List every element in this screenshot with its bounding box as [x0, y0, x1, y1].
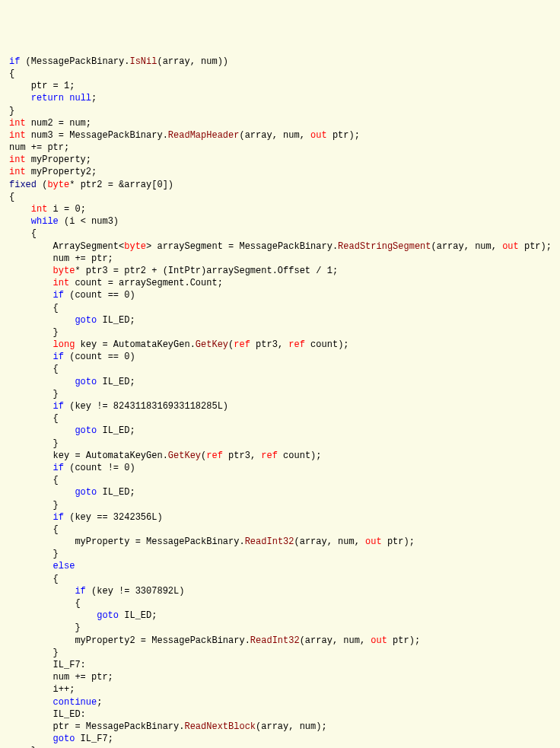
code-token: > arraySegment = MessagePackBinary. [146, 241, 338, 252]
code-token: int [9, 167, 26, 177]
code-line: if (key != 8243118316933118285L) [9, 400, 551, 412]
code-token: ReadInt32 [250, 635, 300, 646]
code-line: { [9, 474, 551, 486]
code-token: * ptr2 = &array[0]) [69, 180, 173, 190]
code-line: key = AutomataKeyGen.GetKey(ref ptr3, re… [9, 450, 551, 462]
code-token: ReadNextBlock [184, 721, 256, 732]
code-token: ReadStringSegment [338, 241, 431, 252]
code-token: count); [305, 339, 349, 350]
code-token: byte [53, 266, 75, 276]
code-token: * ptr3 = ptr2 + (IntPtr)arraySegment.Off… [75, 266, 338, 276]
code-token: (array, num, [431, 241, 503, 252]
code-token: (array, num, [294, 536, 365, 547]
code-token: IsNil [129, 56, 157, 67]
code-line: { [9, 524, 551, 536]
code-line: int i = 0; [9, 203, 551, 215]
code-token: myProperty = MessagePackBinary. [75, 536, 244, 547]
code-line: } [9, 548, 551, 560]
code-line: continue; [9, 696, 551, 708]
code-token: out [371, 635, 387, 646]
code-token: key = AutomataKeyGen. [75, 339, 195, 350]
code-token: byte [124, 241, 146, 252]
code-token: if [75, 586, 85, 597]
code-token: num2 = num; [26, 118, 91, 129]
code-line: ptr = MessagePackBinary.ReadNextBlock(ar… [9, 721, 551, 733]
code-token: ref [261, 450, 278, 461]
code-line: } [9, 388, 551, 400]
code-token: (key != 3307892L) [86, 586, 185, 597]
code-token: myProperty2 = MessagePackBinary. [75, 635, 250, 646]
code-token: IL_ED: [53, 709, 86, 720]
code-line: { [9, 228, 551, 240]
code-token: num += ptr; [53, 672, 113, 683]
code-token: byte [47, 180, 69, 190]
code-token: (MessagePackBinary. [20, 56, 129, 67]
code-token: long [53, 339, 75, 350]
code-line: num += ptr; [9, 142, 551, 154]
code-token: ptr = 1; [31, 81, 75, 91]
code-token: if [53, 352, 64, 362]
code-token: ptr = MessagePackBinary. [53, 721, 185, 732]
code-token: count = arraySegment.Count; [69, 278, 223, 288]
code-token: } [53, 500, 59, 511]
code-token: { [53, 413, 59, 424]
code-token: goto [97, 610, 119, 621]
code-token: } [53, 389, 59, 399]
code-token: if [53, 463, 64, 473]
code-token: (array, num); [256, 721, 327, 732]
code-token: null [69, 93, 91, 103]
code-token: ptr); [327, 130, 360, 141]
code-token: ref [206, 450, 223, 461]
code-token: out [365, 536, 382, 547]
code-line: num += ptr; [9, 253, 551, 265]
code-token: } [75, 622, 80, 633]
code-line: myProperty = MessagePackBinary.ReadInt32… [9, 536, 551, 548]
code-line: if (count == 0) [9, 351, 551, 363]
code-token: { [53, 524, 59, 535]
code-token: GetKey [168, 450, 201, 461]
code-token: int [31, 204, 48, 215]
code-token: (array, num)) [157, 56, 228, 67]
code-token: return [31, 93, 64, 103]
code-token: else [53, 561, 75, 571]
code-token: i++; [53, 684, 75, 695]
code-token: goto [75, 315, 97, 326]
code-token: goto [75, 425, 97, 436]
code-token: { [31, 228, 37, 239]
code-token: ; [97, 697, 102, 708]
code-token: IL_ED; [97, 315, 135, 326]
code-line: int myProperty; [9, 154, 551, 166]
code-token: (key != 8243118316933118285L) [64, 401, 228, 412]
code-token: continue [53, 697, 97, 708]
code-token: (array, num, [300, 635, 371, 646]
code-token: int [53, 278, 70, 288]
code-line: goto IL_ED; [9, 376, 551, 388]
code-line: } [9, 622, 551, 634]
code-token: int [9, 130, 26, 141]
code-token: (array, num, [239, 130, 310, 141]
code-line: IL_ED: [9, 708, 551, 721]
code-token: IL_ED; [97, 425, 135, 436]
code-token: { [53, 475, 59, 485]
code-token: (key == 3242356L) [64, 512, 163, 523]
code-token: fixed [9, 180, 37, 190]
code-token: int [9, 154, 26, 165]
code-token: IL_ED; [97, 487, 135, 498]
code-token: ReadInt32 [245, 536, 294, 547]
code-token: out [502, 241, 519, 252]
code-line: int count = arraySegment.Count; [9, 277, 551, 289]
code-token: ptr); [387, 635, 420, 646]
code-token: { [75, 598, 80, 609]
code-line: if (key == 3242356L) [9, 511, 551, 524]
code-token: IL_F7; [75, 734, 113, 744]
code-token: i = 0; [47, 204, 85, 215]
code-token: goto [53, 734, 75, 744]
code-line: goto IL_ED; [9, 610, 551, 622]
code-line: IL_F7: [9, 659, 551, 671]
code-token: if [53, 512, 64, 523]
code-line: int num3 = MessagePackBinary.ReadMapHead… [9, 129, 551, 142]
code-line: myProperty2 = MessagePackBinary.ReadInt3… [9, 635, 551, 647]
code-token: } [53, 438, 59, 449]
code-token: ref [234, 339, 250, 350]
code-token: ReadMapHeader [168, 130, 240, 141]
